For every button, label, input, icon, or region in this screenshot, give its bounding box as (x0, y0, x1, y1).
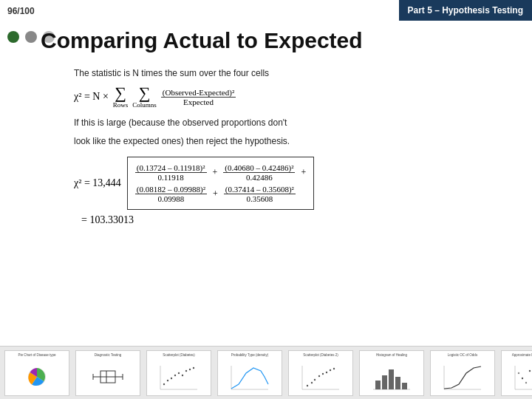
text-block-1: The statistic is N times the sum over th… (74, 66, 517, 81)
thumb-8[interactable]: Approximate Bayesian model (501, 350, 532, 396)
svg-point-8 (163, 383, 165, 384)
svg-point-27 (330, 369, 331, 370)
sigma-rows: ∑ Rows (113, 85, 129, 109)
svg-point-11 (174, 374, 176, 375)
thumb-7[interactable]: Logistic OC of Odds (430, 350, 495, 396)
chi-formula: χ² = N × ∑ Rows ∑ Columns (Observed-Expe… (74, 85, 517, 109)
mini-histogram (369, 362, 414, 393)
big-formula-label: χ² = 13,444 (74, 177, 121, 189)
mini-boxplot (86, 361, 130, 394)
formula-row-2: (0.08182 – 0.09988)² 0.09988 + (0.37414 … (135, 185, 306, 203)
thumbnail-strip: Pie Chart of Disease type Diagnostic Tes… (0, 346, 532, 399)
section-title: Part 5 – Hypothesis Testing (408, 5, 524, 16)
mini-pie-chart (26, 366, 48, 388)
dot-2 (25, 31, 37, 43)
slide-title: Comparing Actual to Expected (41, 28, 363, 53)
cell-a: (0.13724 – 0.11918)² 0.11918 (135, 163, 207, 182)
cell-c: (0.08182 – 0.09988)² 0.09988 (135, 185, 207, 203)
svg-point-22 (311, 381, 313, 383)
sigma-cols: ∑ Columns (132, 85, 157, 109)
chi-label: χ² = N × (74, 91, 109, 103)
dot-1 (7, 31, 19, 43)
svg-point-25 (322, 372, 324, 374)
bracket-box: (0.13724 – 0.11918)² 0.11918 + (0.40680 … (127, 157, 314, 210)
formula-row-1: (0.13724 – 0.11918)² 0.11918 + (0.40680 … (135, 163, 306, 182)
thumb-4[interactable]: Probability Type (density) (217, 350, 282, 396)
text-block-2: If this is large (because the observed p… (74, 116, 517, 130)
page-number: 96/100 (7, 6, 35, 16)
svg-point-40 (522, 377, 523, 378)
svg-rect-30 (375, 381, 381, 389)
chi-fraction: (Observed-Expected)² Expected (161, 88, 236, 106)
mini-curve (228, 362, 272, 393)
svg-rect-33 (395, 377, 400, 389)
cell-d: (0.37414 – 0.35608)² 0.35608 (224, 185, 296, 203)
svg-point-10 (171, 377, 172, 378)
svg-point-42 (529, 369, 531, 371)
thumb-1[interactable]: Pie Chart of Disease type (4, 350, 69, 396)
cell-b: (0.40680 – 0.42486)² 0.42486 (223, 163, 295, 182)
svg-point-39 (518, 372, 519, 373)
svg-point-23 (314, 378, 316, 380)
thumb-3[interactable]: Scatterplot (Diabetes) (146, 350, 211, 396)
svg-point-16 (193, 366, 194, 368)
svg-point-21 (307, 384, 308, 386)
svg-point-28 (333, 367, 335, 369)
big-formula: χ² = 13,444 (0.13724 – 0.11918)² 0.11918… (74, 157, 517, 210)
thumb-5[interactable]: Scatterplot (Diabetes 2) (288, 350, 353, 396)
svg-point-41 (525, 381, 527, 383)
svg-point-13 (182, 374, 183, 375)
text-block-3: look like the expected ones) then reject… (74, 134, 517, 149)
svg-rect-32 (389, 369, 394, 389)
svg-rect-31 (382, 375, 387, 389)
svg-point-14 (185, 369, 187, 371)
svg-point-12 (178, 372, 180, 373)
mini-scatter-2 (299, 362, 343, 393)
thumb-2[interactable]: Diagnostic Testing (75, 350, 140, 396)
content-area: The statistic is N times the sum over th… (74, 66, 517, 340)
mini-scatter-1 (157, 362, 201, 393)
result-line: = 103.33013 (81, 214, 517, 226)
svg-point-15 (189, 368, 191, 369)
section-header: Part 5 – Hypothesis Testing (399, 0, 533, 21)
mini-scurve (440, 362, 485, 393)
svg-rect-34 (402, 383, 407, 389)
svg-point-26 (326, 371, 327, 372)
thumb-6[interactable]: Histogram of Healing (359, 350, 424, 396)
svg-point-9 (167, 379, 168, 381)
mini-scatter-3 (511, 362, 532, 393)
svg-point-24 (318, 375, 320, 376)
